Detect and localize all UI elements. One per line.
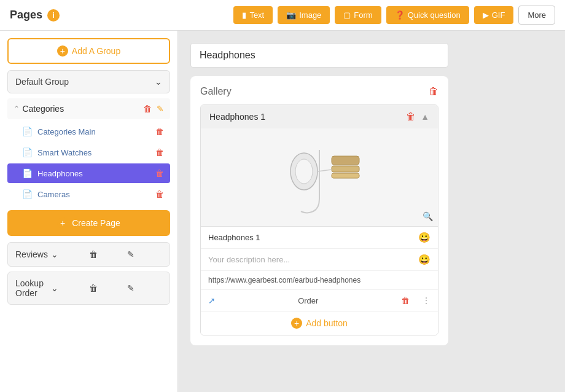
reviews-chevron-icon: ⌄ — [51, 249, 87, 259]
lookup-order-delete-icon[interactable]: 🗑 — [89, 283, 125, 293]
gallery-card: Gallery 🗑 Headphones 1 🗑 ▲ — [190, 76, 448, 345]
toolbar: Pages i ▮ Text 📷 Image ▢ Form ❓ Quick qu… — [0, 0, 565, 31]
form-icon: ▢ — [343, 10, 351, 20]
headphones-image — [276, 138, 362, 218]
add-button-label: Add button — [306, 318, 348, 328]
nav-item-categories-main[interactable]: 📄 Categories Main 🗑 — [7, 122, 170, 141]
plus-circle-icon: + — [57, 45, 68, 57]
categories-edit-icon[interactable]: ✎ — [157, 104, 164, 114]
form-button[interactable]: ▢ Form — [335, 6, 381, 24]
sidebar: + Add A Group Default Group ⌄ ⌃ Categori… — [0, 31, 178, 392]
drag-icon[interactable]: ⋮ — [422, 296, 431, 305]
page-icon: 📄 — [22, 189, 33, 199]
more-button[interactable]: More — [518, 6, 555, 25]
page-icon-active: 📄 — [22, 168, 33, 178]
info-icon[interactable]: i — [47, 9, 60, 22]
item-url-row — [201, 271, 438, 290]
svg-rect-4 — [332, 166, 359, 172]
item-url-input[interactable] — [208, 276, 431, 284]
item-name-input[interactable] — [208, 233, 418, 242]
item-collapse-icon[interactable]: ▲ — [421, 112, 429, 122]
search-mini-icon: 🔍 — [423, 211, 433, 221]
categories-main-delete-icon[interactable]: 🗑 — [155, 127, 164, 136]
categories-section-header: ⌃ Categories 🗑 ✎ — [7, 98, 170, 119]
order-delete-icon[interactable]: 🗑 — [401, 296, 410, 305]
quick-question-button[interactable]: ❓ Quick question — [386, 6, 469, 24]
create-page-plus-icon: + — [57, 218, 68, 229]
reviews-edit-icon[interactable]: ✎ — [127, 249, 163, 259]
item-desc-input[interactable] — [208, 255, 418, 264]
question-icon: ❓ — [395, 10, 405, 20]
toolbar-left: Pages i — [10, 9, 60, 22]
desc-emoji-button[interactable]: 😀 — [418, 254, 431, 265]
smart-watches-delete-icon[interactable]: 🗑 — [155, 147, 164, 157]
svg-point-2 — [295, 159, 313, 184]
gif-button[interactable]: ▶ GIF — [474, 6, 514, 24]
nav-item-headphones[interactable]: 📄 Headphones 🗑 — [7, 163, 170, 183]
name-emoji-button[interactable]: 😀 — [418, 232, 431, 243]
image-icon: 📷 — [286, 10, 296, 20]
headphones-delete-icon[interactable]: 🗑 — [155, 168, 164, 178]
item-name-row: 😀 — [201, 227, 438, 249]
gif-icon: ▶ — [483, 10, 489, 20]
main-layout: + Add A Group Default Group ⌄ ⌃ Categori… — [0, 31, 565, 392]
svg-rect-5 — [332, 173, 359, 178]
gallery-label: Gallery — [200, 86, 232, 97]
external-link-icon[interactable]: ➚ — [208, 296, 216, 305]
reviews-section[interactable]: Reviews ⌄ 🗑 ✎ — [7, 242, 170, 267]
add-group-button[interactable]: + Add A Group — [7, 38, 170, 64]
pages-title: Pages — [10, 9, 42, 22]
item-delete-icon[interactable]: 🗑 — [406, 111, 416, 122]
gallery-item: Headphones 1 🗑 ▲ — [200, 104, 438, 335]
nav-item-cameras[interactable]: 📄 Cameras 🗑 — [7, 184, 170, 204]
text-button[interactable]: ▮ Text — [233, 6, 273, 24]
gallery-item-header: Headphones 1 🗑 ▲ — [201, 105, 438, 128]
chevron-up-icon: ⌃ — [14, 104, 20, 113]
lookup-order-section[interactable]: Lookup Order ⌄ 🗑 ✎ — [7, 272, 170, 305]
create-page-button[interactable]: + Create Page — [7, 210, 170, 236]
categories-delete-icon[interactable]: 🗑 — [143, 104, 152, 114]
reviews-delete-icon[interactable]: 🗑 — [89, 249, 125, 259]
section-actions: 🗑 ✎ — [143, 104, 164, 114]
gallery-item-title: Headphones 1 — [209, 112, 265, 122]
image-button[interactable]: 📷 Image — [278, 6, 330, 24]
add-button-plus-icon: + — [291, 318, 302, 329]
default-group-header[interactable]: Default Group ⌄ — [7, 70, 170, 93]
lookup-order-chevron-icon: ⌄ — [51, 283, 87, 293]
categories-section: ⌃ Categories 🗑 ✎ 📄 Categories Main 🗑 📄 S… — [7, 98, 170, 236]
gallery-delete-icon[interactable]: 🗑 — [429, 86, 438, 97]
text-icon: ▮ — [242, 10, 246, 20]
cameras-delete-icon[interactable]: 🗑 — [155, 189, 164, 199]
page-icon: 📄 — [22, 127, 33, 136]
page-title-input[interactable] — [190, 43, 448, 68]
page-icon: 📄 — [22, 147, 33, 157]
add-button-row[interactable]: + Add button — [201, 312, 438, 335]
item-header-actions: 🗑 ▲ — [406, 111, 429, 122]
item-desc-row: 😀 — [201, 249, 438, 271]
gallery-card-header: Gallery 🗑 — [200, 86, 438, 97]
content-area: Gallery 🗑 Headphones 1 🗑 ▲ — [178, 31, 565, 392]
lookup-order-edit-icon[interactable]: ✎ — [127, 283, 163, 293]
order-label: Order — [220, 296, 396, 305]
chevron-down-icon: ⌄ — [155, 77, 162, 87]
svg-rect-3 — [332, 156, 359, 165]
item-image-area: 🔍 — [201, 128, 438, 227]
nav-item-smart-watches[interactable]: 📄 Smart Watches 🗑 — [7, 143, 170, 162]
item-order-row: ➚ Order 🗑 ⋮ — [201, 290, 438, 312]
